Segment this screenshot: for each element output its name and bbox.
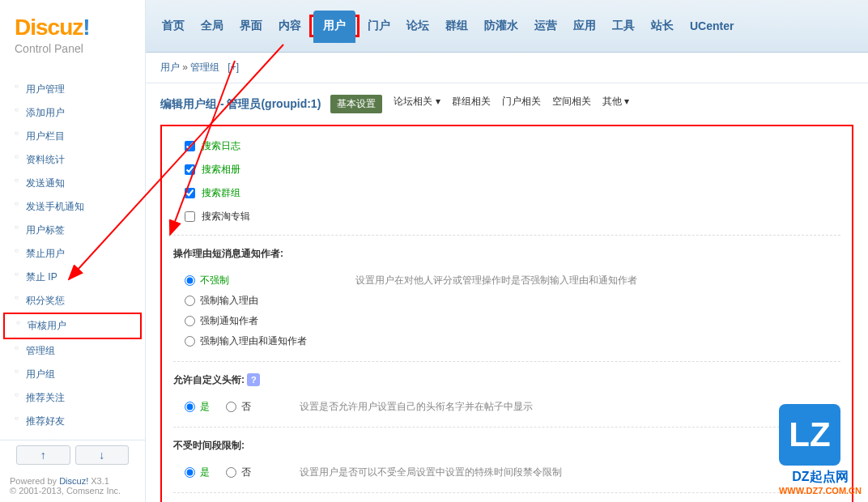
sidebar-item[interactable]: 用户标签 — [0, 219, 145, 242]
sidebar-item[interactable]: 推荐关注 — [0, 386, 145, 410]
footer-product-link[interactable]: Discuz! — [59, 476, 88, 486]
sidebar-item[interactable]: 用户管理 — [0, 78, 145, 101]
reason-option[interactable]: 不强制 — [185, 274, 307, 287]
sidebar-item[interactable]: 用户组 — [0, 363, 145, 386]
search-option-checkbox[interactable] — [185, 211, 195, 222]
topnav-tab[interactable]: 全局 — [193, 12, 232, 40]
breadcrumb-group[interactable]: 管理组 — [190, 62, 219, 73]
subtab[interactable]: 论坛相关 ▾ — [394, 95, 440, 113]
breadcrumb-user[interactable]: 用户 — [160, 62, 180, 73]
subtab[interactable]: 群组相关 — [452, 95, 491, 113]
sidebar-item[interactable]: 管理组 — [0, 339, 145, 363]
help-icon[interactable]: ? — [247, 373, 260, 386]
sidebar-item[interactable]: 审核用户 — [3, 313, 142, 339]
logo-subtitle: Control Panel — [15, 42, 133, 55]
topnav-tab-active[interactable]: 用户 — [313, 11, 355, 43]
sidebar-item[interactable]: 禁止 IP — [0, 266, 145, 289]
search-option-checkbox[interactable] — [185, 164, 195, 175]
section-time-limit-desc: 设置用户是否可以不受全局设置中设置的特殊时间段禁令限制 — [300, 466, 840, 479]
logo-text: Discuz — [15, 15, 83, 40]
sidebar-item[interactable]: 发送手机通知 — [0, 195, 145, 219]
breadcrumb-add[interactable]: [+] — [228, 62, 239, 73]
search-option-row: 搜索淘专辑 — [173, 205, 840, 228]
sidebar-item[interactable]: 推荐好友 — [0, 410, 145, 433]
section-hourly-limit-head: 会员每小时发主题数限制: — [173, 492, 840, 502]
custom-title-no[interactable]: 否 — [226, 400, 251, 414]
topnav-tab[interactable]: 防灌水 — [476, 12, 526, 40]
section-time-limit-head: 不受时间段限制: — [173, 427, 840, 459]
topnav-tab[interactable]: 内容 — [270, 12, 309, 40]
topnav-tab[interactable]: UCenter — [682, 13, 742, 39]
logo: Discuz! Control Panel — [0, 0, 145, 63]
subtab[interactable]: 门户相关 — [502, 95, 541, 113]
time-limit-no[interactable]: 否 — [226, 466, 251, 479]
topnav-tab[interactable]: 站长 — [643, 12, 682, 40]
top-nav: 首页全局界面内容用户门户论坛群组防灌水运营应用工具站长UCenter — [146, 0, 868, 53]
footer: Powered by Discuz! X3.1 © 2001-2013, Com… — [0, 470, 145, 502]
sidebar-item[interactable]: 积分奖惩 — [0, 289, 145, 313]
sidebar-item[interactable]: 发送通知 — [0, 172, 145, 195]
topnav-tab[interactable]: 首页 — [154, 12, 193, 40]
sidebar-item[interactable]: 添加用户 — [0, 101, 145, 125]
subtab[interactable]: 空间相关 — [552, 95, 591, 113]
search-option-checkbox[interactable] — [185, 188, 195, 198]
custom-title-yes[interactable]: 是 — [185, 400, 210, 414]
scroll-down-button[interactable]: ↓ — [75, 445, 130, 465]
search-option-label: 搜索日志 — [202, 139, 240, 153]
reason-option[interactable]: 强制通知作者 — [185, 314, 307, 328]
search-option-label: 搜索相册 — [202, 163, 240, 177]
scroll-up-button[interactable]: ↑ — [16, 445, 70, 465]
search-option-label: 搜索淘专辑 — [202, 210, 250, 223]
section-reason-head: 操作理由短消息通知作者: — [173, 235, 840, 267]
topnav-tab[interactable]: 门户 — [360, 12, 398, 40]
breadcrumb: 用户 » 管理组 [+] — [146, 53, 868, 83]
search-option-checkbox[interactable] — [185, 141, 195, 151]
search-option-row: 搜索群组 — [173, 181, 840, 205]
subtab[interactable]: 其他 ▾ — [602, 95, 629, 113]
subtab[interactable]: 基本设置 — [330, 95, 382, 113]
topnav-tab[interactable]: 界面 — [232, 12, 270, 40]
search-option-label: 搜索群组 — [202, 186, 240, 200]
section-reason-desc: 设置用户在对他人评分或管理操作时是否强制输入理由和通知作者 — [355, 274, 840, 348]
time-limit-yes[interactable]: 是 — [185, 466, 210, 479]
topnav-tab[interactable]: 工具 — [604, 12, 643, 40]
topnav-tab[interactable]: 应用 — [565, 12, 604, 40]
section-custom-title-desc: 设置是否允许用户设置自己的头衔名字并在帖子中显示 — [300, 400, 840, 414]
sidebar-item[interactable]: 禁止用户 — [0, 242, 145, 266]
section-custom-title-head: 允许自定义头衔: ? — [173, 361, 840, 394]
sidebar-item[interactable]: 用户栏目 — [0, 125, 145, 148]
sidebar-item[interactable]: 资料统计 — [0, 148, 145, 172]
sidebar-item[interactable]: 资料审核 — [0, 433, 145, 440]
sidebar-nav: 用户管理添加用户用户栏目资料统计发送通知发送手机通知用户标签禁止用户禁止 IP积… — [0, 63, 145, 440]
topnav-tab[interactable]: 运营 — [526, 12, 565, 40]
reason-option[interactable]: 强制输入理由和通知作者 — [185, 334, 307, 348]
topnav-tab[interactable]: 群组 — [437, 12, 476, 40]
search-option-row: 搜索日志 — [173, 134, 840, 158]
settings-panel: 搜索日志搜索相册搜索群组搜索淘专辑 操作理由短消息通知作者: 不强制强制输入理由… — [160, 125, 853, 502]
page-title: 编辑用户组 - 管理员(groupid:1) — [160, 97, 321, 112]
topnav-tab[interactable]: 论坛 — [398, 12, 437, 40]
search-option-row: 搜索相册 — [173, 158, 840, 181]
reason-option[interactable]: 强制输入理由 — [185, 294, 307, 308]
